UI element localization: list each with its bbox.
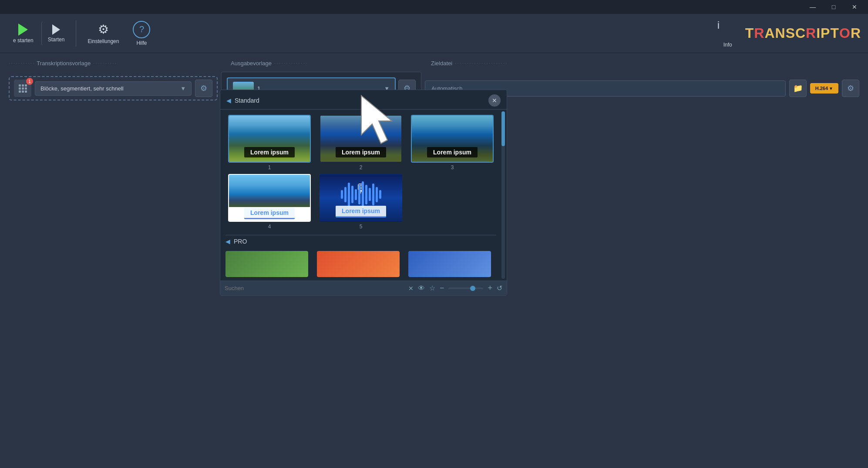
template-thumb-5: 🎙 bbox=[320, 174, 402, 222]
info-button[interactable]: i Info bbox=[717, 19, 738, 48]
wave-bars bbox=[325, 181, 397, 207]
transcription-template: 1 Blöcke, segmentiert, sehr schnell ▼ ⚙ bbox=[9, 76, 218, 100]
pro-template-3[interactable] bbox=[408, 251, 491, 277]
standard-template-grid: Lorem ipsum 1 Lorem ipsum bbox=[220, 110, 507, 235]
search-bar: ✕ 👁 ☆ − + ↺ bbox=[220, 281, 507, 295]
ausgabe-dots: · · · · · · · · · · · · · · bbox=[274, 61, 307, 66]
template-label-1: Lorem ipsum bbox=[244, 147, 295, 157]
scrollbar-thumb[interactable] bbox=[501, 111, 505, 146]
help-icon: ? bbox=[133, 21, 150, 38]
starten-label: Starten bbox=[48, 37, 65, 43]
zoom-slider[interactable] bbox=[448, 287, 483, 289]
einstellungen-button[interactable]: ⚙ Einstellungen bbox=[81, 20, 125, 47]
template-num-2: 2 bbox=[360, 164, 363, 170]
template-label-container-5: Lorem ipsum bbox=[320, 206, 401, 217]
template-bg-4 bbox=[229, 175, 310, 207]
transkription-select[interactable]: Blöcke, segmentiert, sehr schnell ▼ bbox=[35, 81, 192, 96]
search-input[interactable] bbox=[225, 285, 405, 291]
app-logo: TRANSCRIPTOR bbox=[745, 25, 861, 41]
chevron-down-icon: ▼ bbox=[180, 85, 186, 92]
minimize-button[interactable]: — bbox=[803, 0, 823, 14]
toolbar: e starten Starten ⚙ Einstellungen ? Hilf… bbox=[0, 14, 868, 53]
star-icon[interactable]: ☆ bbox=[429, 284, 435, 292]
transkription-dots: · · · · · · · · · · · bbox=[9, 61, 34, 66]
template-num-5: 5 bbox=[360, 224, 363, 230]
zoom-out-button[interactable]: − bbox=[440, 284, 444, 293]
template-item-3[interactable]: Lorem ipsum 3 bbox=[408, 115, 496, 170]
e-starten-label: e starten bbox=[13, 37, 34, 43]
pro-section: ◀ PRO bbox=[220, 235, 507, 281]
template-thumb-4: Lorem ipsum bbox=[228, 174, 311, 222]
standard-arrow-icon: ◀ bbox=[226, 97, 231, 104]
sliders-icon: ⚙ bbox=[200, 84, 207, 93]
zoom-handle[interactable] bbox=[470, 286, 475, 291]
h264-label: H.264 bbox=[815, 86, 828, 91]
template-item-4[interactable]: Lorem ipsum 4 bbox=[225, 174, 313, 230]
pro-section-title: PRO bbox=[234, 238, 247, 245]
controls-row: 1 Blöcke, segmentiert, sehr schnell ▼ ⚙ … bbox=[9, 72, 859, 105]
zieldatei-header: Zieldatei bbox=[431, 60, 452, 67]
einstellungen-label: Einstellungen bbox=[87, 38, 119, 44]
folder-icon: 📁 bbox=[793, 84, 803, 93]
titlebar: — □ ✕ bbox=[0, 0, 868, 14]
ausgabe-section: Lorem ipsum 1 ▼ ⚙ ◀ Standard ✕ bbox=[221, 72, 421, 105]
template-item-2[interactable]: Lorem ipsum 2 bbox=[317, 115, 405, 170]
pro-template-grid bbox=[225, 251, 496, 277]
transkription-settings-button[interactable]: ⚙ bbox=[195, 80, 212, 97]
dropdown-close-button[interactable]: ✕ bbox=[488, 94, 501, 107]
template-num-3: 3 bbox=[451, 164, 454, 170]
template-label-container-3: Lorem ipsum bbox=[412, 147, 493, 157]
template-thumb-3: Lorem ipsum bbox=[411, 115, 494, 163]
close-icon: ✕ bbox=[492, 97, 497, 104]
template-item-5[interactable]: 🎙 bbox=[317, 174, 405, 230]
template-label-container-2: Lorem ipsum bbox=[320, 147, 401, 157]
search-actions: ✕ 👁 ☆ − + ↺ bbox=[408, 284, 502, 293]
standard-section-header: ◀ Standard ✕ bbox=[220, 90, 507, 110]
maximize-button[interactable]: □ bbox=[824, 0, 844, 14]
info-label: Info bbox=[723, 42, 732, 48]
dropdown-scroll-area[interactable]: Lorem ipsum 1 Lorem ipsum bbox=[220, 110, 507, 281]
template-thumb-1: Lorem ipsum bbox=[228, 115, 311, 163]
scrollbar-track bbox=[501, 111, 505, 279]
template-label-container-4: Lorem ipsum bbox=[229, 207, 310, 219]
ausgabe-header: Ausgabevorlage bbox=[231, 60, 272, 67]
reset-zoom-icon[interactable]: ↺ bbox=[497, 284, 502, 292]
pro-header: ◀ PRO bbox=[225, 235, 496, 247]
template-label-5: Lorem ipsum bbox=[336, 206, 386, 217]
template-item-1[interactable]: Lorem ipsum 1 bbox=[225, 115, 313, 170]
zoom-in-button[interactable]: + bbox=[488, 284, 492, 293]
hilfe-button[interactable]: ? Hilfe bbox=[127, 18, 156, 49]
toolbar-right: i Info TRANSCRIPTOR bbox=[717, 19, 861, 48]
e-starten-button[interactable]: e starten bbox=[7, 21, 40, 46]
template-num-4: 4 bbox=[268, 224, 271, 230]
info-icon: i bbox=[717, 19, 738, 40]
zieldatei-dots: · · · · · · · · · · · · · · · · · · · · … bbox=[455, 61, 507, 66]
standard-section-title: Standard bbox=[235, 97, 259, 104]
starten-icon bbox=[52, 24, 60, 35]
main-area: · · · · · · · · · · · Transkriptionsvorl… bbox=[0, 53, 868, 112]
ausgabe-dropdown-panel: ◀ Standard ✕ bbox=[220, 90, 507, 296]
zieldatei-settings-button[interactable]: ⚙ bbox=[842, 80, 859, 97]
play-icon bbox=[18, 23, 28, 36]
clear-search-button[interactable]: ✕ bbox=[408, 285, 414, 292]
badge: 1 bbox=[26, 78, 33, 85]
zieldatei-sliders-icon: ⚙ bbox=[847, 84, 854, 93]
pro-template-2[interactable] bbox=[317, 251, 400, 277]
toolbar-divider-1 bbox=[76, 20, 76, 47]
transkription-selected: Blöcke, segmentiert, sehr schnell bbox=[40, 85, 124, 92]
template-label-3: Lorem ipsum bbox=[427, 147, 478, 157]
close-button[interactable]: ✕ bbox=[844, 0, 865, 14]
grid-icon bbox=[19, 84, 27, 93]
section-headers: · · · · · · · · · · · Transkriptionsvorl… bbox=[9, 60, 859, 67]
transkription-dots-2: · · · · · · · · · · bbox=[93, 61, 116, 66]
pro-arrow-icon: ◀ bbox=[225, 238, 230, 245]
folder-button[interactable]: 📁 bbox=[789, 80, 807, 97]
template-icon: 1 bbox=[14, 80, 31, 97]
template-label-4: Lorem ipsum bbox=[244, 207, 295, 219]
pro-template-1[interactable] bbox=[225, 251, 308, 277]
starten-button[interactable]: Starten bbox=[41, 22, 71, 45]
template-label-2: Lorem ipsum bbox=[336, 147, 386, 157]
template-num-1: 1 bbox=[268, 164, 271, 170]
eye-icon[interactable]: 👁 bbox=[418, 284, 425, 292]
h264-button[interactable]: H.264 ▼ bbox=[810, 83, 838, 94]
